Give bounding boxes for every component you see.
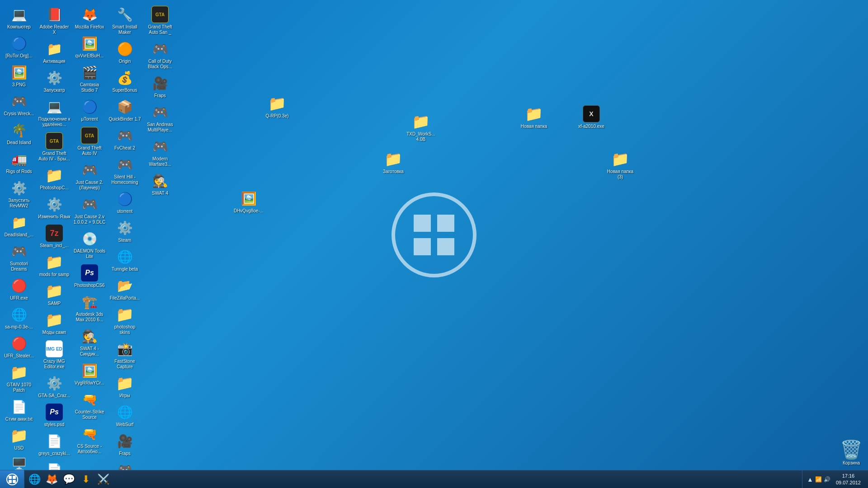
utorrent2-icon: 🔵	[80, 98, 99, 116]
desktop-icon-sanandreasmulti2[interactable]: 🎮San Andreas MultiPlaye...	[143, 101, 177, 135]
tray-network-icon: 📶	[815, 476, 822, 483]
desktop-icon-camtasia[interactable]: 🎬Camtasia Studio 7	[72, 61, 107, 95]
desktop-icon-utorrent2[interactable]: 🔵μTorrent	[72, 96, 107, 124]
recycle-bin[interactable]: 🗑️ Корзина	[840, 439, 863, 465]
desktop-icon-steam[interactable]: ⚙️Steam	[108, 217, 142, 245]
desktop-icon-filezilla[interactable]: 📂FileZillaPorta...	[108, 275, 142, 303]
desktop-icon-justcause2l[interactable]: 🎮Just Cause 2.(Лаунчер)	[72, 159, 107, 192]
desktop-icon-zapuskatr[interactable]: ⚙️Запускатр	[37, 67, 71, 95]
clock[interactable]: 17:16 09.07.2012	[833, 473, 863, 486]
desktop-icon-tunngle[interactable]: 🌐Tunngle beta	[108, 246, 142, 274]
desktop-icon-crysis[interactable]: 🎮Crysis Wreck...	[2, 90, 36, 118]
greyscrazyki-label: greys_crazyki...	[38, 451, 70, 456]
desktop-icon-fvcheat2[interactable]: 🎮FvCheat 2	[108, 125, 142, 153]
desktop-icon-adobereader[interactable]: 📕Adobe Reader X	[37, 4, 71, 37]
desktop-icon-daemon[interactable]: 💿DAEMON Tools Lite	[72, 228, 107, 261]
desktop-icon-callofduty[interactable]: 🎮Call of Duty Black Ops...	[143, 38, 177, 71]
desktop-icon-vygRRlwYCr[interactable]: 🖼️VygRRlwYCr...	[72, 360, 107, 388]
taskbar-program5[interactable]: ⚔️	[95, 472, 111, 487]
justcause2l-label: Just Cause 2.(Лаунчер)	[73, 180, 106, 191]
desktop-icon-gtaivbryaki[interactable]: GTAGrand Theft Auto IV - Бры...	[37, 130, 71, 164]
desktop-icon-swat42[interactable]: 🕵️SWAT 4	[143, 170, 177, 198]
desktop-icon-crazyimged[interactable]: IMG EDCrazy IMG Editor.exe	[37, 338, 71, 371]
desktop-icon-swat4synd[interactable]: 🕵️SWAT 4 - Синдик...	[72, 325, 107, 359]
desktop-icon-rigsrods[interactable]: 🚛Rigs of Rods	[2, 148, 36, 176]
autodesk3ds-label: Autodesk 3ds Max 2010 6...	[73, 312, 106, 323]
filezilla-label: FileZillaPorta...	[110, 296, 140, 301]
txdworks-label: TXD_WorkS... 4.0B	[405, 131, 437, 142]
desktop-icon-sumoton[interactable]: 🎮Sumotori Dreams	[2, 240, 36, 274]
desktop-icon-fraps[interactable]: 🎥Fraps	[108, 430, 142, 458]
desktop-icon-zagotovka[interactable]: 📁Заготовка	[376, 148, 410, 176]
desktop-icon-rutororg[interactable]: 🔵[RuTor.Org]...	[2, 33, 36, 61]
desktop-icon-revmw2[interactable]: ⚙️Запустить RevMW2	[2, 177, 36, 211]
sanandreasmulti2-label: San Andreas MultiPlaye...	[144, 122, 176, 133]
desktop-icon-podklyuchenie[interactable]: 💻Подключение к удалённо...	[37, 96, 71, 129]
3png-label: 3.PNG	[12, 82, 26, 88]
desktop-icon-novayapapka[interactable]: 📁Новая папка	[517, 103, 551, 131]
stylespsd-icon: Ps	[45, 403, 63, 421]
ufrexe-label: UFR.exe	[10, 296, 28, 301]
desktop-icon-3png[interactable]: 🖼️3.PNG	[2, 61, 36, 89]
desktop-icon-cssourceauto[interactable]: 🔫CS Source - Автообно...	[72, 423, 107, 456]
desktop-icon-modysamp[interactable]: 📁Моды самп	[37, 309, 71, 337]
desktop-icon-firefox[interactable]: 🦊Mozilla Firefox	[72, 4, 107, 32]
desktop-icon-txdworks[interactable]: 📁TXD_WorkS... 4.0B	[404, 111, 438, 144]
desktop-icon-photoshopcs6[interactable]: PsPhotoshopCS6	[72, 262, 107, 290]
deadisland-icon: 🌴	[10, 121, 28, 139]
desktop-icon-novayapapka3[interactable]: 📁Новая папка (3)	[603, 148, 637, 182]
desktop-icon-gtasacraz[interactable]: ⚙️GTA-SA_Craz...	[37, 372, 71, 400]
desktop-icon-xfa2010[interactable]: Xxf-a2010.exe	[574, 103, 609, 131]
desktop-icon-greyscrazyki[interactable]: 📄greys_crazyki...	[37, 430, 71, 458]
desktop-icon-autodesk3ds[interactable]: 🏗️Autodesk 3ds Max 2010 6...	[72, 291, 107, 324]
samp-label: SAMP	[48, 301, 61, 306]
desktop-icon-superbonus[interactable]: 💰SuperBonus	[108, 67, 142, 95]
desktop-icon-izmyazyk[interactable]: ⚙️Изменить Язык	[37, 193, 71, 221]
desktop-icon-origin[interactable]: 🟠Origin	[108, 38, 142, 66]
desktop-icon-igry[interactable]: 📁Игры	[108, 372, 142, 400]
desktop-icon-modernwarfare32[interactable]: 🎮Modern Warfare3...	[143, 136, 177, 169]
desktop-icon-utorrent3[interactable]: 🔵utorrent	[108, 188, 142, 216]
desktop-icon-qvvvref[interactable]: 🖼️qvVvrEfBuH...	[72, 33, 107, 61]
svg-point-1	[7, 474, 18, 485]
desktop-icon-csstrike[interactable]: 🔫Counter-Strike Source	[72, 389, 107, 422]
utorrent3-icon: 🔵	[116, 190, 134, 208]
desktop-icon-silenthill[interactable]: 🎮Silent Hill - Homecoming	[108, 154, 142, 187]
start-button[interactable]	[0, 470, 24, 488]
desktop-icon-deadisland2[interactable]: 📁DeadIsland_...	[2, 211, 36, 239]
desktop-icon-ufrstealer[interactable]: 🔴UFR_Stealer...	[2, 333, 36, 361]
desktop-icon-quickbinder[interactable]: 📦QuickBinder 1.7	[108, 96, 142, 124]
desktop-icon-deadisland[interactable]: 🌴Dead Island	[2, 119, 36, 147]
desktop-icon-gtaivpatch[interactable]: 📁GTAIV 1070 Patch	[2, 361, 36, 395]
desktop-icon-modsforsamp[interactable]: 📁mods for samp	[37, 251, 71, 279]
desktop-icon-fraps2[interactable]: 🎥Fraps	[143, 72, 177, 100]
desktop-icon-steaminc[interactable]: 7zSteam_incl_...	[37, 222, 71, 250]
desktop-icon-ufrexe[interactable]: 🔴UFR.exe	[2, 275, 36, 303]
desktop-icon-faststone[interactable]: 📸FastStone Capture	[108, 338, 142, 371]
desktop-icon-photoshopc[interactable]: 📁PhotoshopC...	[37, 164, 71, 192]
taskbar-skype[interactable]: 💬	[61, 472, 77, 487]
desktop-icon-websurf[interactable]: 🌐WebSurf	[108, 401, 142, 429]
revmw2-icon: ⚙️	[10, 179, 28, 197]
taskbar-ie[interactable]: 🌐	[26, 472, 42, 487]
desktop-icon-stimakkitxt[interactable]: 📄Стим акки.txt	[2, 396, 36, 424]
desktop-icon-samp[interactable]: 📁SAMP	[37, 280, 71, 308]
desktop-icon-smartinstall[interactable]: 🔧Smart Install Maker	[108, 4, 142, 37]
desktop-icon-stylespsd[interactable]: Psstyles.psd	[37, 401, 71, 429]
desktop-icon-gtaiv[interactable]: GTAGrand Theft Auto IV	[72, 125, 107, 158]
desktop-icon-computer[interactable]: 💻Компьютер	[2, 4, 36, 32]
novayapapka-label: Новая папка	[521, 124, 547, 129]
taskbar-firefox[interactable]: 🦊	[43, 472, 60, 487]
rigsrods-label: Rigs of Rods	[6, 169, 32, 174]
swat4synd-label: SWAT 4 - Синдик...	[73, 346, 106, 357]
desktop-icon-justcause2dlc[interactable]: 🎮Just Cause 2.v 1.0.0.2 + 9.DLC	[72, 193, 107, 227]
desktop-icon-qrp[interactable]: 📁Q-RP(0.3e)	[260, 93, 294, 121]
desktop-icon-aktivaciya[interactable]: 📁Активация	[37, 38, 71, 66]
desktop-icon-photoshopskins[interactable]: 📁photoshop skins	[108, 304, 142, 337]
desktop-icon-usd[interactable]: 📁USD	[2, 425, 36, 453]
desktop-icon-samp03e[interactable]: 🌐sa-mp-0.3e-...	[2, 304, 36, 332]
desktop-icon-dhvqvg[interactable]: 🖼️DHvQvg8oe-...	[231, 188, 266, 216]
autodesk3ds-icon: 🏗️	[80, 293, 99, 311]
taskbar-utorrent[interactable]: ⬇	[78, 472, 94, 487]
desktop-icon-gtasa[interactable]: GTAGrand Theft Auto San _	[143, 4, 177, 37]
